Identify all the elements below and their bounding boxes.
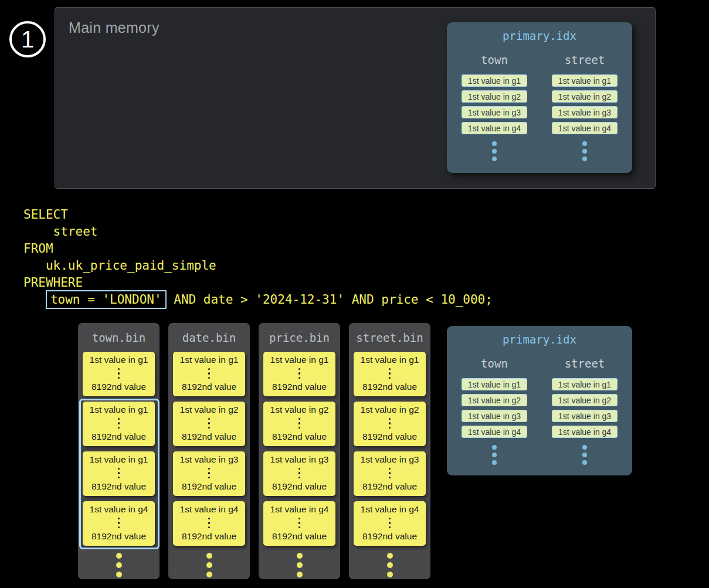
sql-line-select: SELECT bbox=[23, 208, 68, 222]
granule-last-value: 8192nd value bbox=[272, 431, 327, 442]
granule-block: 1st value in g2 8192nd value bbox=[354, 402, 426, 446]
index-town-entries: 1st value in g1 1st value in g2 1st valu… bbox=[462, 74, 527, 134]
granule-first-value: 1st value in g3 bbox=[361, 454, 419, 465]
granule-last-value: 8192nd value bbox=[362, 531, 417, 542]
primary-index-panel-disk: primary.idx town 1st value in g1 1st val… bbox=[447, 326, 632, 475]
bin-file-date-title: date.bin bbox=[168, 331, 250, 345]
bin-file-date: date.bin 1st value in g1 8192nd value 1s… bbox=[168, 323, 250, 579]
sql-line-street: street bbox=[23, 225, 97, 239]
index-entry: 1st value in g2 bbox=[552, 90, 618, 103]
bin-file-price: price.bin 1st value in g1 8192nd value 1… bbox=[259, 323, 340, 579]
index-town-entries: 1st value in g1 1st value in g2 1st valu… bbox=[462, 378, 527, 438]
ellipsis-dots bbox=[208, 468, 211, 479]
date-granules: 1st value in g1 8192nd value 1st value i… bbox=[168, 345, 250, 546]
granule-last-value: 8192nd value bbox=[362, 382, 417, 392]
primary-index-columns: town 1st value in g1 1st value in g2 1st… bbox=[447, 356, 632, 465]
selected-granules-highlight bbox=[79, 399, 160, 549]
index-column-town-header: town bbox=[462, 356, 527, 371]
granule-first-value: 1st value in g4 bbox=[180, 504, 239, 515]
index-entry: 1st value in g4 bbox=[462, 122, 527, 134]
granule-first-value: 1st value in g4 bbox=[270, 504, 329, 515]
ellipsis-dots bbox=[208, 368, 211, 379]
ellipsis-dots bbox=[78, 553, 160, 577]
ellipsis-dots bbox=[389, 468, 391, 479]
street-granules: 1st value in g1 8192nd value 1st value i… bbox=[349, 345, 430, 546]
granule-first-value: 1st value in g1 bbox=[90, 355, 148, 365]
granule-last-value: 8192nd value bbox=[91, 382, 146, 392]
granule-block: 1st value in g2 8192nd value bbox=[263, 402, 335, 446]
ellipsis-dots bbox=[298, 518, 301, 529]
granule-last-value: 8192nd value bbox=[362, 431, 417, 442]
granule-block: 1st value in g4 8192nd value bbox=[263, 501, 335, 546]
ellipsis-dots bbox=[208, 418, 211, 429]
prewhere-town-predicate-highlight: town = 'LONDON' bbox=[46, 290, 167, 309]
index-entry: 1st value in g1 bbox=[462, 378, 527, 390]
index-entry: 1st value in g3 bbox=[462, 410, 527, 422]
granule-first-value: 1st value in g4 bbox=[361, 504, 419, 515]
index-entry: 1st value in g3 bbox=[462, 106, 527, 118]
sql-line-table: uk.uk_price_paid_simple bbox=[23, 259, 216, 273]
granule-first-value: 1st value in g2 bbox=[180, 405, 239, 415]
granule-first-value: 1st value in g1 bbox=[180, 355, 239, 365]
sql-line-predicates-rest: AND date > '2024-12-31' AND price < 10_0… bbox=[167, 293, 493, 307]
ellipsis-dots bbox=[298, 418, 301, 429]
ellipsis-dots bbox=[462, 445, 527, 465]
ellipsis-dots bbox=[208, 518, 211, 529]
ellipsis-dots bbox=[552, 445, 618, 465]
ellipsis-dots bbox=[298, 468, 301, 479]
granule-block: 1st value in g2 8192nd value bbox=[173, 402, 245, 446]
granule-block: 1st value in g4 8192nd value bbox=[173, 501, 245, 546]
index-column-street-header: street bbox=[552, 356, 618, 371]
index-column-town: town 1st value in g1 1st value in g2 1st… bbox=[462, 53, 527, 161]
index-entry: 1st value in g4 bbox=[552, 426, 618, 438]
granule-first-value: 1st value in g2 bbox=[270, 405, 329, 415]
main-memory-title: Main memory bbox=[69, 19, 160, 36]
granule-block: 1st value in g1 8192nd value bbox=[83, 352, 155, 396]
ellipsis-dots bbox=[389, 418, 391, 429]
index-entry: 1st value in g3 bbox=[552, 106, 618, 118]
primary-index-panel-memory: primary.idx town 1st value in g1 1st val… bbox=[447, 22, 632, 173]
ellipsis-dots bbox=[168, 553, 250, 577]
sql-query: SELECT street FROM uk.uk_price_paid_simp… bbox=[23, 206, 493, 308]
ellipsis-dots bbox=[552, 141, 618, 161]
granule-block: 1st value in g3 8192nd value bbox=[354, 451, 426, 496]
sql-line-prewhere: PREWHERE bbox=[23, 276, 83, 290]
granule-last-value: 8192nd value bbox=[272, 481, 327, 492]
bin-file-street: street.bin 1st value in g1 8192nd value … bbox=[349, 323, 430, 579]
bin-file-town-title: town.bin bbox=[78, 331, 160, 345]
ellipsis-dots bbox=[462, 141, 527, 161]
ellipsis-dots bbox=[389, 518, 391, 529]
granule-block: 1st value in g1 8192nd value bbox=[354, 352, 426, 396]
granule-last-value: 8192nd value bbox=[182, 431, 236, 442]
diagram-canvas: 1 Main memory primary.idx town 1st value… bbox=[0, 0, 709, 588]
step-number-badge: 1 bbox=[9, 21, 46, 57]
ellipsis-dots bbox=[389, 368, 391, 379]
index-column-street-header: street bbox=[552, 53, 618, 67]
primary-index-title: primary.idx bbox=[447, 29, 632, 42]
granule-last-value: 8192nd value bbox=[362, 481, 417, 492]
price-granules: 1st value in g1 8192nd value 1st value i… bbox=[259, 345, 340, 546]
index-column-street: street 1st value in g1 1st value in g2 1… bbox=[552, 356, 618, 465]
index-entry: 1st value in g4 bbox=[552, 122, 618, 134]
granule-first-value: 1st value in g2 bbox=[361, 405, 419, 415]
index-column-town-header: town bbox=[462, 53, 527, 67]
ellipsis-dots bbox=[259, 553, 340, 577]
granule-block: 1st value in g3 8192nd value bbox=[173, 451, 245, 496]
sql-indent bbox=[23, 293, 46, 307]
granule-block: 1st value in g1 8192nd value bbox=[263, 352, 335, 396]
index-entry: 1st value in g1 bbox=[552, 74, 618, 87]
ellipsis-dots bbox=[118, 368, 120, 379]
granule-block: 1st value in g1 8192nd value bbox=[173, 352, 245, 396]
granule-first-value: 1st value in g1 bbox=[270, 355, 329, 365]
ellipsis-dots bbox=[298, 368, 301, 379]
granule-first-value: 1st value in g3 bbox=[270, 454, 329, 465]
ellipsis-dots bbox=[349, 553, 430, 577]
granule-last-value: 8192nd value bbox=[182, 382, 236, 392]
granule-block: 1st value in g4 8192nd value bbox=[354, 501, 426, 546]
granule-last-value: 8192nd value bbox=[272, 382, 327, 392]
index-street-entries: 1st value in g1 1st value in g2 1st valu… bbox=[552, 378, 618, 438]
index-entry: 1st value in g2 bbox=[552, 394, 618, 406]
index-column-town: town 1st value in g1 1st value in g2 1st… bbox=[462, 356, 527, 465]
index-entry: 1st value in g2 bbox=[462, 394, 527, 406]
granule-first-value: 1st value in g3 bbox=[180, 454, 239, 465]
